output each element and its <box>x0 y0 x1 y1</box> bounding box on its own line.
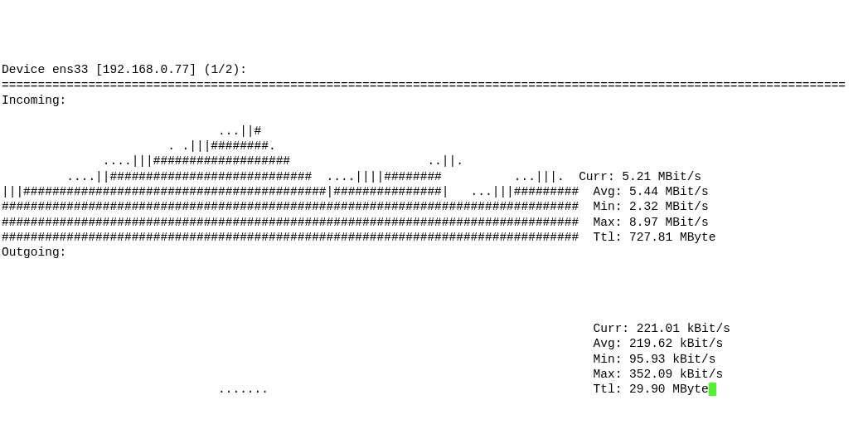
outgoing-curr: 221.01 kBit/s <box>637 322 730 335</box>
max-label: Max: <box>594 216 623 229</box>
curr-label: Curr: <box>579 170 615 183</box>
ttl-label: Ttl: <box>594 383 623 396</box>
incoming-avg: 5.44 MBit/s <box>629 185 709 198</box>
min-label: Min: <box>594 353 623 366</box>
page-indicator: 1/2 <box>211 63 232 76</box>
outgoing-ttl: 29.90 MByte <box>629 383 709 396</box>
incoming-label: Incoming: <box>2 94 66 107</box>
incoming-curr: 5.21 MBit/s <box>622 170 701 183</box>
incoming-min: 2.32 MBit/s <box>629 200 709 213</box>
incoming-max: 8.97 MBit/s <box>629 216 709 229</box>
device-label: Device <box>2 63 45 76</box>
outgoing-label: Outgoing: <box>2 246 66 259</box>
outgoing-max: 352.09 kBit/s <box>629 368 723 381</box>
interface-name: ens33 <box>52 63 89 76</box>
incoming-graph-row: ########################################… <box>2 216 579 229</box>
outgoing-min: 95.93 kBit/s <box>629 353 715 366</box>
avg-label: Avg: <box>594 185 623 198</box>
incoming-graph-row: ########################################… <box>2 231 579 244</box>
outgoing-graph-row: ....... <box>2 383 579 396</box>
ttl-label: Ttl: <box>594 231 623 244</box>
incoming-graph-row: ########################################… <box>2 200 579 213</box>
divider: ========================================… <box>2 79 846 92</box>
avg-label: Avg: <box>594 337 623 350</box>
header-line: Device ens33 [192.168.0.77] (1/2): <box>2 63 247 76</box>
incoming-graph-row: |||#####################################… <box>2 185 579 198</box>
outgoing-avg: 219.62 kBit/s <box>629 337 723 350</box>
incoming-ttl: 727.81 MByte <box>629 231 715 244</box>
max-label: Max: <box>594 368 623 381</box>
incoming-graph-row: ...||# <box>2 124 261 138</box>
min-label: Min: <box>594 200 623 213</box>
terminal-cursor <box>709 383 716 396</box>
incoming-graph-row: . .|||########. <box>2 139 276 153</box>
incoming-graph-row: ....||############################ ....|… <box>2 170 565 183</box>
incoming-graph-row: ....|||################### ..||. <box>2 154 463 168</box>
ip-address: 192.168.0.77 <box>103 63 189 76</box>
curr-label: Curr: <box>594 322 630 335</box>
